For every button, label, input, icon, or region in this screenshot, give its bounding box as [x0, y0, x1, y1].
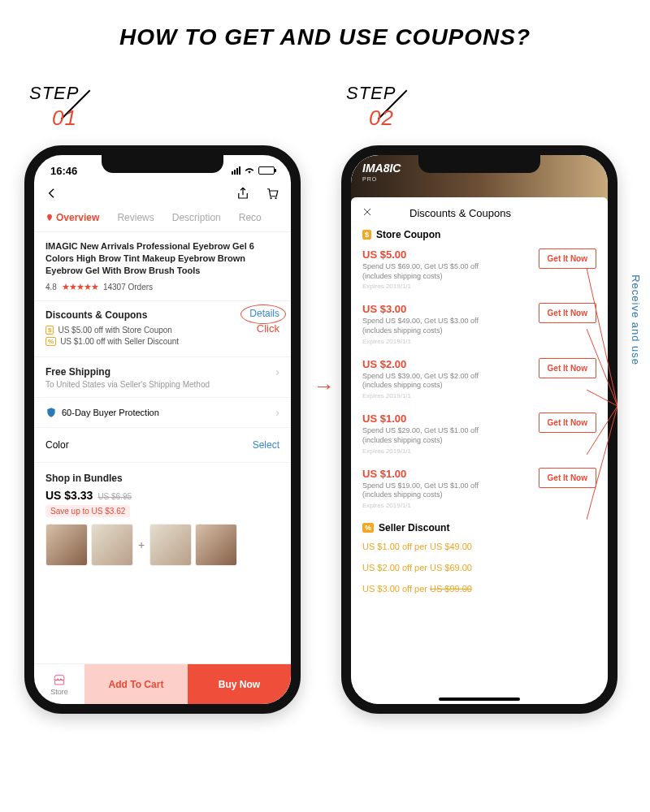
- bundles-heading: Shop in Bundles: [46, 473, 280, 484]
- bundle-thumb[interactable]: [195, 524, 237, 566]
- plus-icon: +: [136, 538, 146, 551]
- click-annotation: Click: [257, 322, 280, 335]
- color-label: Color: [46, 439, 69, 451]
- bundle-thumb[interactable]: [46, 524, 88, 566]
- chevron-right-icon: ›: [275, 365, 280, 378]
- step1-word: STEP: [29, 83, 79, 103]
- discounts-section[interactable]: Discounts & Coupons $ US $5.00 off with …: [34, 301, 291, 357]
- tab-description[interactable]: Description: [172, 212, 221, 223]
- coupon-expiry: Expires 2019/1/1: [362, 338, 509, 345]
- step1-column: STEP 01 16:46: [24, 83, 309, 714]
- phone-notch: [102, 155, 223, 173]
- brand-sub: PRO: [362, 176, 377, 182]
- arrow-right-icon: →: [314, 374, 335, 399]
- coupon-condition: Spend US $39.00, Get US $2.00 off (inclu…: [362, 372, 509, 391]
- tab-recommend[interactable]: Reco: [239, 212, 262, 223]
- bundle-thumb[interactable]: [150, 524, 192, 566]
- bundle-price: US $3.33: [46, 489, 93, 502]
- home-indicator: [439, 698, 520, 701]
- product-tabs: Overview Reviews Description Reco: [34, 209, 291, 232]
- seller-discount-text: US $3.00 off per: [362, 584, 430, 594]
- bundle-save-badge: Save up to US $3.62: [46, 505, 130, 517]
- bottom-action-bar: Store Add To Cart Buy Now: [34, 663, 291, 704]
- tab-reviews[interactable]: Reviews: [117, 212, 154, 223]
- step1-number: 01: [52, 106, 332, 131]
- phone-1-screen: 16:46: [34, 155, 291, 704]
- store-label: Store: [50, 688, 68, 696]
- dollar-badge-icon: $: [46, 326, 54, 335]
- phone-notch: [418, 155, 540, 173]
- sheet-title: Discounts & Coupons: [410, 207, 511, 219]
- dollar-badge-icon: $: [362, 230, 371, 240]
- receive-use-label: Receive and use: [630, 274, 642, 365]
- seller-discount-label: Seller Discount: [379, 522, 449, 533]
- status-time: 16:46: [50, 165, 77, 177]
- shipping-section[interactable]: Free Shipping › To United States via Sel…: [34, 357, 291, 398]
- coupon-amount: US $5.00: [362, 248, 509, 261]
- page-title: HOW TO GET AND USE COUPONS?: [0, 0, 650, 83]
- coupon-sheet: Discounts & Coupons $ Store Coupon US $5…: [351, 197, 608, 704]
- stars-icon: ★★★★★: [62, 282, 98, 292]
- coupon-row: US $1.00Spend US $19.00, Get US $1.00 of…: [362, 468, 596, 509]
- coupon-row: US $2.00Spend US $39.00, Get US $2.00 of…: [362, 358, 596, 400]
- coupon-expiry: Expires 2019/1/1: [362, 392, 509, 400]
- back-button[interactable]: [46, 187, 58, 203]
- store-coupon-label: Store Coupon: [376, 229, 440, 240]
- step1-label: STEP 01: [24, 83, 309, 129]
- product-title: IMAGIC New Arrivals Professional Eyebrow…: [46, 240, 280, 277]
- select-link[interactable]: Select: [253, 439, 280, 451]
- svg-line-5: [587, 406, 618, 455]
- seller-discount-row: US $1.00 off per US $49.00: [362, 542, 596, 551]
- coupon-condition: Spend US $29.00, Get US $1.00 off (inclu…: [362, 426, 509, 445]
- cart-icon[interactable]: [265, 186, 280, 204]
- tab-overview-label: Overview: [56, 212, 99, 223]
- buyer-protection-row[interactable]: 60-Day Buyer Protection ›: [34, 398, 291, 428]
- share-icon[interactable]: [236, 186, 250, 204]
- color-selector-row[interactable]: Color Select: [34, 428, 291, 463]
- phone-2-frame: IMA8IC PRO Discounts & Coupons $ Store C…: [341, 145, 618, 714]
- store-button[interactable]: Store: [34, 664, 84, 704]
- store-coupon-heading: $ Store Coupon: [362, 229, 596, 240]
- coupon-expiry: Expires 2019/1/1: [362, 502, 509, 509]
- tab-overview[interactable]: Overview: [46, 212, 99, 223]
- brand-logo: IMA8IC: [362, 162, 401, 175]
- protection-label: 60-Day Buyer Protection: [62, 408, 159, 417]
- bundle-thumb[interactable]: [91, 524, 133, 566]
- product-title-block: IMAGIC New Arrivals Professional Eyebrow…: [34, 232, 291, 301]
- coupon-condition: Spend US $69.00, Get US $5.00 off (inclu…: [362, 262, 509, 281]
- percent-badge-icon: %: [46, 337, 56, 346]
- coupon-expiry: Expires 2019/1/1: [362, 283, 509, 290]
- coupon-row: US $5.00Spend US $69.00, Get US $5.00 of…: [362, 248, 596, 290]
- phone-1-frame: 16:46: [24, 145, 301, 714]
- coupon-amount: US $1.00: [362, 468, 509, 480]
- buy-now-button[interactable]: Buy Now: [188, 664, 291, 704]
- shipping-sub: To United States via Seller's Shipping M…: [46, 380, 280, 389]
- product-nav-bar: [34, 181, 291, 209]
- percent-badge-icon: %: [362, 523, 374, 533]
- seller-discount-heading: % Seller Discount: [362, 522, 596, 533]
- coupon-row: US $3.00Spend US $49.00, Get US $3.00 of…: [362, 303, 596, 344]
- shipping-heading: Free Shipping: [46, 366, 110, 378]
- seller-discount-strike: US $99.00: [430, 584, 472, 594]
- coupon-list: US $5.00Spend US $69.00, Get US $5.00 of…: [362, 248, 596, 509]
- svg-line-4: [587, 390, 618, 406]
- step2-word: STEP: [346, 83, 396, 103]
- seller-discount-row: US $2.00 off per US $69.00: [362, 563, 596, 572]
- wifi-icon: [244, 165, 255, 177]
- svg-point-1: [275, 197, 276, 199]
- close-button[interactable]: [362, 207, 372, 219]
- add-to-cart-button[interactable]: Add To Cart: [84, 664, 188, 704]
- svg-line-2: [587, 268, 618, 406]
- coupon-expiry: Expires 2019/1/1: [362, 447, 509, 455]
- coupon-amount: US $1.00: [362, 412, 509, 425]
- coupon-amount: US $2.00: [362, 358, 509, 370]
- svg-point-0: [270, 197, 271, 199]
- step2-number: 02: [369, 106, 648, 131]
- rating-value: 4.8: [46, 283, 57, 292]
- battery-icon: [258, 166, 275, 175]
- bundle-thumbnails[interactable]: +: [46, 524, 280, 566]
- phone-2-screen: IMA8IC PRO Discounts & Coupons $ Store C…: [351, 155, 608, 704]
- chevron-right-icon: ›: [275, 406, 280, 419]
- orders-count: 14307 Orders: [103, 283, 153, 292]
- coupon-condition: Spend US $19.00, Get US $1.00 off (inclu…: [362, 482, 509, 500]
